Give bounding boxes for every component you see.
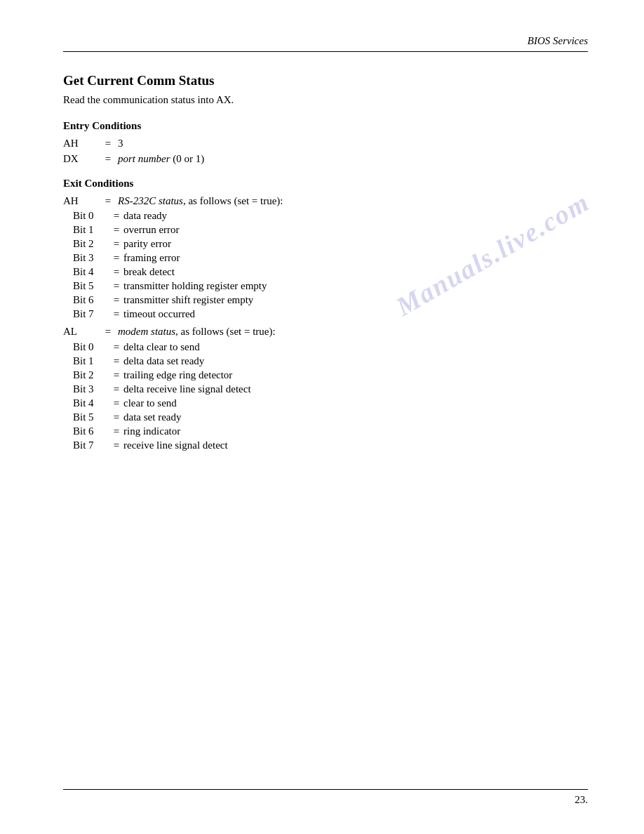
exit-ah-value: RS-232C status, as follows (set = true):: [118, 195, 283, 207]
page-number: 23.: [63, 794, 588, 806]
ah-bit-7-label: Bit 7: [73, 308, 109, 320]
al-bit-5: Bit 5 = data set ready: [63, 411, 588, 423]
al-bit-6-eq: =: [109, 425, 123, 437]
al-bit-5-value: data set ready: [123, 411, 181, 423]
al-bit-4-label: Bit 4: [73, 397, 109, 409]
entry-dx-suffix: (0 or 1): [170, 153, 205, 164]
ah-bit-6-eq: =: [109, 294, 123, 306]
al-bit-1: Bit 1 = delta data set ready: [63, 355, 588, 367]
ah-bit-5: Bit 5 = transmitter holding register emp…: [63, 280, 588, 292]
ah-bit-2-eq: =: [109, 238, 123, 250]
ah-bit-5-label: Bit 5: [73, 280, 109, 292]
al-bit-5-eq: =: [109, 411, 123, 423]
al-bit-1-label: Bit 1: [73, 355, 109, 367]
ah-bit-7-eq: =: [109, 308, 123, 320]
section-title: Get Current Comm Status: [63, 73, 588, 88]
page: BIOS Services Get Current Comm Status Re…: [0, 0, 644, 834]
ah-bit-4-value: break detect: [123, 266, 175, 278]
exit-al-value: modem status, as follows (set = true):: [118, 326, 276, 338]
ah-bit-1: Bit 1 = overrun error: [63, 224, 588, 236]
al-bit-0: Bit 0 = delta clear to send: [63, 341, 588, 353]
footer-divider: [63, 789, 588, 790]
exit-al-suffix: as follows (set = true):: [178, 326, 276, 337]
ah-bit-3-eq: =: [109, 252, 123, 264]
al-bit-0-label: Bit 0: [73, 341, 109, 353]
ah-bit-1-eq: =: [109, 224, 123, 236]
al-bit-4: Bit 4 = clear to send: [63, 397, 588, 409]
entry-ah-value: 3: [118, 138, 123, 150]
al-bit-2-eq: =: [109, 369, 123, 381]
al-bit-0-value: delta clear to send: [123, 341, 200, 353]
al-bit-7: Bit 7 = receive line signal detect: [63, 439, 588, 451]
ah-bit-0-value: data ready: [123, 210, 167, 222]
ah-bit-4-eq: =: [109, 266, 123, 278]
al-bit-4-eq: =: [109, 397, 123, 409]
al-bit-0-eq: =: [109, 341, 123, 353]
al-bit-2-value: trailing edge ring detector: [123, 369, 232, 381]
ah-bit-0-label: Bit 0: [73, 210, 109, 222]
ah-bit-2: Bit 2 = parity error: [63, 238, 588, 250]
ah-bit-4: Bit 4 = break detect: [63, 266, 588, 278]
al-bit-7-label: Bit 7: [73, 439, 109, 451]
al-bit-3-label: Bit 3: [73, 383, 109, 395]
entry-conditions-label: Entry Conditions: [63, 120, 588, 132]
ah-bit-0: Bit 0 = data ready: [63, 210, 588, 222]
al-bit-4-value: clear to send: [123, 397, 177, 409]
entry-dx-eq: =: [98, 153, 118, 165]
ah-bit-1-value: overrun error: [123, 224, 180, 236]
al-bit-3-eq: =: [109, 383, 123, 395]
exit-ah-label: AH: [63, 195, 98, 207]
ah-bit-3: Bit 3 = framing error: [63, 252, 588, 264]
al-bit-6-label: Bit 6: [73, 425, 109, 437]
ah-bit-6: Bit 6 = transmitter shift register empty: [63, 294, 588, 306]
exit-ah-italic: RS-232C status: [118, 195, 183, 206]
ah-bit-7-value: timeout occurred: [123, 308, 195, 320]
exit-ah-suffix: , as follows (set = true):: [183, 195, 283, 206]
ah-bit-list: Bit 0 = data ready Bit 1 = overrun error…: [63, 210, 588, 320]
ah-bit-5-eq: =: [109, 280, 123, 292]
exit-ah-eq: =: [98, 195, 118, 207]
al-bit-6: Bit 6 = ring indicator: [63, 425, 588, 437]
exit-al-eq: =: [98, 326, 118, 338]
al-bit-6-value: ring indicator: [123, 425, 180, 437]
al-bit-2: Bit 2 = trailing edge ring detector: [63, 369, 588, 381]
al-bit-3: Bit 3 = delta receive line signal detect: [63, 383, 588, 395]
entry-dx-italic: port number: [118, 153, 170, 164]
entry-ah-eq: =: [98, 138, 118, 150]
ah-bit-3-label: Bit 3: [73, 252, 109, 264]
header-title: BIOS Services: [528, 35, 588, 47]
al-bit-1-eq: =: [109, 355, 123, 367]
ah-bit-5-value: transmitter holding register empty: [123, 280, 267, 292]
ah-bit-7: Bit 7 = timeout occurred: [63, 308, 588, 320]
exit-al-italic: modem status,: [118, 326, 178, 337]
al-bit-7-eq: =: [109, 439, 123, 451]
ah-bit-2-value: parity error: [123, 238, 171, 250]
ah-bit-0-eq: =: [109, 210, 123, 222]
exit-ah-row: AH = RS-232C status, as follows (set = t…: [63, 195, 588, 207]
al-bit-3-value: delta receive line signal detect: [123, 383, 251, 395]
ah-bit-6-value: transmitter shift register empty: [123, 294, 253, 306]
al-bit-1-value: delta data set ready: [123, 355, 204, 367]
entry-dx-row: DX = port number (0 or 1): [63, 153, 588, 165]
al-bit-7-value: receive line signal detect: [123, 439, 228, 451]
exit-al-row: AL = modem status, as follows (set = tru…: [63, 326, 588, 338]
ah-bit-1-label: Bit 1: [73, 224, 109, 236]
exit-al-label: AL: [63, 326, 98, 338]
entry-dx-value: port number (0 or 1): [118, 153, 204, 165]
page-footer: 23.: [63, 789, 588, 806]
ah-bit-6-label: Bit 6: [73, 294, 109, 306]
al-bit-5-label: Bit 5: [73, 411, 109, 423]
entry-ah-row: AH = 3: [63, 138, 588, 150]
page-header: BIOS Services: [63, 35, 588, 52]
exit-conditions-label: Exit Conditions: [63, 178, 588, 190]
section-description: Read the communication status into AX.: [63, 94, 588, 106]
al-bit-list: Bit 0 = delta clear to send Bit 1 = delt…: [63, 341, 588, 451]
entry-dx-label: DX: [63, 153, 98, 165]
al-bit-2-label: Bit 2: [73, 369, 109, 381]
ah-bit-4-label: Bit 4: [73, 266, 109, 278]
entry-ah-label: AH: [63, 138, 98, 150]
ah-bit-2-label: Bit 2: [73, 238, 109, 250]
ah-bit-3-value: framing error: [123, 252, 180, 264]
